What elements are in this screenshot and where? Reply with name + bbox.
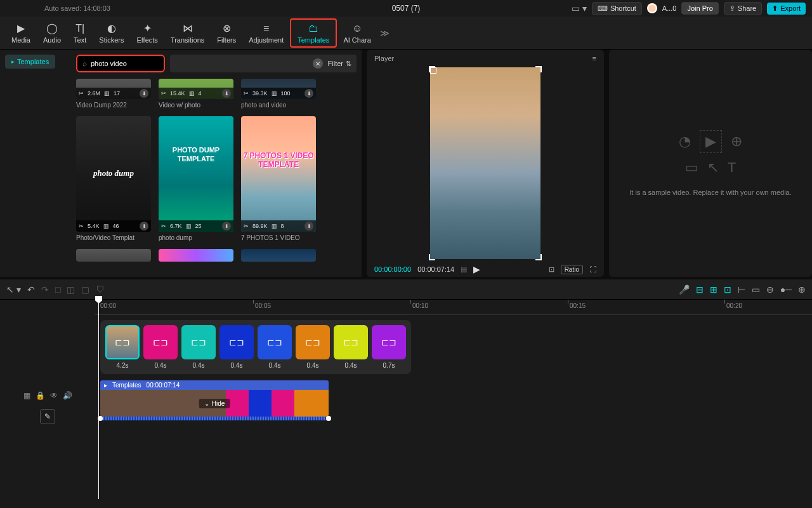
- pill-icon: ▭: [685, 159, 698, 176]
- mic-button[interactable]: 🎤: [679, 284, 690, 295]
- undo-button[interactable]: ↶: [27, 284, 35, 295]
- track-eye-icon[interactable]: 👁: [50, 391, 58, 400]
- selection-tool[interactable]: ↖ ▾: [6, 284, 21, 295]
- track-lock-icon[interactable]: 🔒: [36, 391, 45, 400]
- effects-icon: ✦: [143, 22, 152, 35]
- track-icon: ▸: [104, 382, 107, 389]
- template-card[interactable]: [241, 249, 316, 262]
- current-time: 00:00:00:00: [374, 265, 411, 273]
- clip-thumbnail[interactable]: ⊏⊐: [181, 325, 216, 359]
- track-grid-icon[interactable]: ▦: [23, 391, 30, 400]
- clip-thumbnail[interactable]: ⊏⊐: [334, 325, 368, 359]
- player-menu-button[interactable]: ≡: [593, 55, 596, 62]
- shortcut-button[interactable]: ⌨Shortcut: [592, 2, 642, 15]
- template-card[interactable]: ✂2.6M▥17⬇ Video Dump 2022: [76, 79, 151, 109]
- tab-templates[interactable]: 🗀Templates: [290, 18, 337, 48]
- track-clip[interactable]: ⌄Hide: [100, 390, 329, 417]
- tool-1[interactable]: ⊟: [696, 284, 704, 295]
- clip-item[interactable]: ⊏⊐0.4s: [334, 325, 368, 369]
- clip-thumbnail[interactable]: ⊏⊐: [258, 325, 292, 359]
- tab-ai-chars[interactable]: ☺AI Chara: [337, 20, 377, 46]
- autosaved-label: Auto saved: 14:08:03: [44, 4, 110, 12]
- download-icon[interactable]: ⬇: [304, 89, 313, 98]
- share-button[interactable]: ⇪Share: [724, 2, 762, 15]
- pie-icon: ◔: [679, 133, 691, 150]
- avatar[interactable]: [647, 3, 657, 13]
- category-templates[interactable]: Templates: [5, 55, 55, 69]
- timeline-ruler[interactable]: 00:00 00:05 00:10 00:15 00:20: [95, 300, 812, 315]
- tab-adjustment[interactable]: ≡Adjustment: [242, 20, 290, 46]
- tab-text[interactable]: T|Text: [67, 20, 93, 46]
- zoom-in-button[interactable]: ⊕: [798, 284, 806, 295]
- more-tabs-button[interactable]: ≫: [380, 28, 390, 38]
- tab-transitions[interactable]: ⋈Transitions: [164, 20, 211, 46]
- join-pro-button[interactable]: Join Pro: [681, 2, 718, 15]
- clip-item[interactable]: ⊏⊐0.4s: [296, 325, 330, 369]
- template-card[interactable]: PHOTO DUMP TEMPLATE✂6.7K▥25⬇ photo dump: [159, 116, 233, 241]
- redo-button[interactable]: ↷: [41, 284, 49, 295]
- video-preview[interactable]: [430, 67, 540, 259]
- track-audio-waveform[interactable]: [100, 417, 329, 420]
- clip-thumbnail[interactable]: ⊏⊐: [296, 325, 330, 359]
- zoom-out-button[interactable]: ⊖: [766, 284, 774, 295]
- clip-item[interactable]: ⊏⊐0.4s: [181, 325, 216, 369]
- tab-effects[interactable]: ✦Effects: [130, 20, 164, 46]
- tab-audio[interactable]: ◯Audio: [37, 20, 67, 46]
- align-button[interactable]: ⊢: [738, 284, 745, 295]
- template-card[interactable]: ✂39.3K▥100⬇ photo and video: [241, 79, 316, 109]
- crop-icon[interactable]: ⊡: [549, 265, 554, 274]
- clip-duration: 0.4s: [345, 362, 357, 369]
- tab-filters[interactable]: ⊗Filters: [211, 20, 242, 46]
- add-icon: ⊕: [731, 133, 742, 150]
- cursor-icon: ↖: [707, 159, 719, 176]
- play-button[interactable]: ▶: [473, 264, 480, 274]
- clip-thumbnail[interactable]: ⊏⊐: [372, 325, 406, 359]
- track-mute-icon[interactable]: 🔊: [63, 391, 72, 400]
- filter-button[interactable]: Filter⇅: [328, 60, 351, 68]
- ratio-button[interactable]: Ratio: [561, 265, 583, 274]
- clip-thumbnail[interactable]: ⊏⊐: [219, 325, 254, 359]
- aspect-icon[interactable]: ▭ ▾: [572, 3, 587, 13]
- split-button[interactable]: □: [55, 284, 60, 295]
- download-icon[interactable]: ⬇: [140, 89, 148, 98]
- edit-track-button[interactable]: ✎: [40, 409, 55, 424]
- hide-button[interactable]: ⌄Hide: [199, 399, 230, 408]
- share-icon: ⇪: [730, 4, 735, 13]
- template-card[interactable]: [159, 249, 233, 262]
- clip-item[interactable]: ⊏⊐4.2s: [105, 325, 140, 369]
- clip-item[interactable]: ⊏⊐0.4s: [258, 325, 292, 369]
- template-name: Video w/ photo: [159, 102, 233, 109]
- track-header[interactable]: ▸ Templates 00:00:07:14: [100, 380, 329, 390]
- playhead[interactable]: [98, 296, 99, 499]
- crop-button[interactable]: ◫: [67, 284, 75, 295]
- export-button[interactable]: ⬆Export: [767, 3, 806, 15]
- download-icon[interactable]: ⬇: [222, 89, 231, 98]
- download-icon[interactable]: ⬇: [222, 222, 231, 231]
- clip-thumbnail[interactable]: ⊏⊐: [143, 325, 178, 359]
- clear-search-button[interactable]: ✕: [313, 58, 323, 69]
- shield-icon[interactable]: ⛉: [96, 284, 105, 295]
- template-card[interactable]: ✂15.4K▥4⬇ Video w/ photo: [159, 79, 233, 109]
- clip-item[interactable]: ⊏⊐0.4s: [143, 325, 178, 369]
- template-card[interactable]: photo dump✂5.4K▥46⬇ Photo/Video Templat: [76, 116, 151, 241]
- clip-duration: 0.4s: [307, 362, 319, 369]
- tool-3[interactable]: ⊡: [724, 284, 731, 295]
- compare-icon[interactable]: ▤: [461, 265, 467, 274]
- download-icon[interactable]: ⬇: [304, 222, 313, 231]
- search-input-wrapper[interactable]: ⌕: [76, 55, 165, 72]
- zoom-slider[interactable]: ●─: [780, 284, 792, 295]
- template-card[interactable]: [76, 249, 151, 262]
- clip-item[interactable]: ⊏⊐0.4s: [219, 325, 254, 369]
- search-input[interactable]: [91, 60, 159, 67]
- inspector-placeholder-icons-2: ▭ ↖ T: [685, 159, 736, 176]
- fullscreen-icon[interactable]: ⛶: [589, 265, 596, 273]
- template-card[interactable]: 7 PHOTOS 1 VIDEO TEMPLATE✂89.9K▥8⬇ 7 PHO…: [241, 116, 316, 241]
- snap-button[interactable]: ▭: [752, 284, 760, 295]
- tool-2[interactable]: ⊞: [710, 284, 717, 295]
- tab-stickers[interactable]: ◐Stickers: [93, 20, 130, 46]
- frame-button[interactable]: ▢: [81, 284, 89, 295]
- download-icon[interactable]: ⬇: [140, 222, 148, 231]
- clip-item[interactable]: ⊏⊐0.7s: [372, 325, 406, 369]
- clip-thumbnail[interactable]: ⊏⊐: [105, 325, 140, 359]
- tab-media[interactable]: ▶Media: [5, 20, 37, 46]
